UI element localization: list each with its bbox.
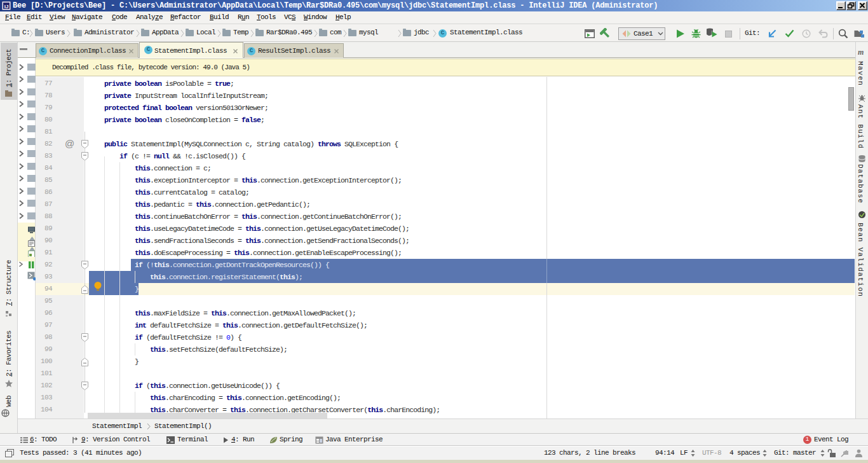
svg-text:m: m xyxy=(858,48,864,57)
svg-text:IJ: IJ xyxy=(4,4,9,10)
